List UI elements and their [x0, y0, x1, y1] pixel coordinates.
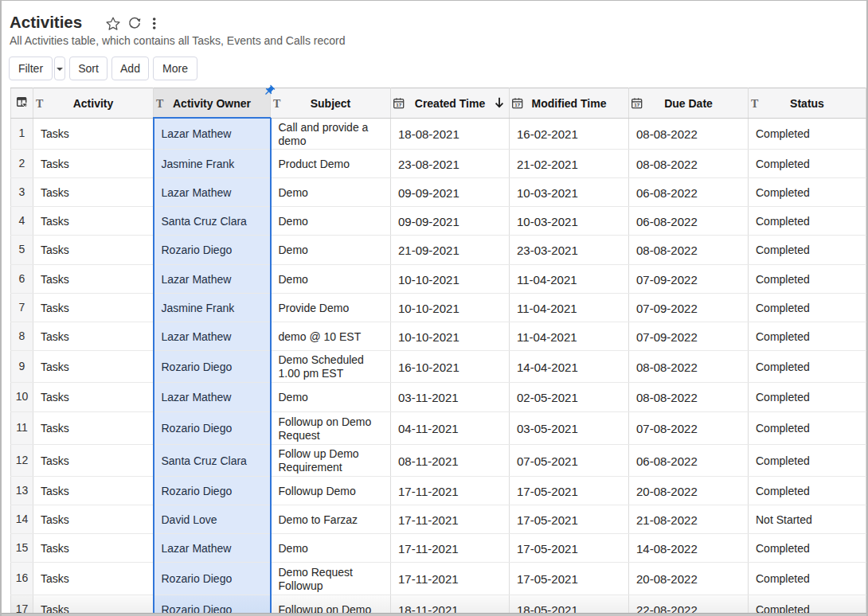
svg-text:17: 17	[396, 102, 401, 107]
svg-text:17: 17	[514, 102, 520, 107]
svg-text:17: 17	[634, 102, 639, 107]
